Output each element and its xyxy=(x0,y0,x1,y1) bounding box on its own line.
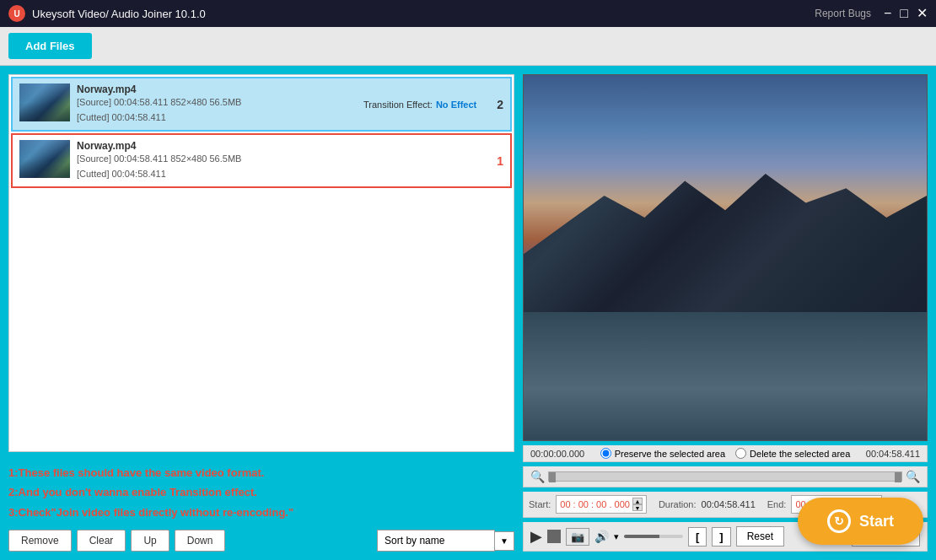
report-bugs-link[interactable]: Report Bugs xyxy=(815,8,871,19)
zoom-out-icon[interactable]: 🔍 xyxy=(530,470,545,483)
sort-select[interactable]: ▼ xyxy=(377,530,514,552)
titlebar: U Ukeysoft Video/ Audio Joiner 10.1.0 Re… xyxy=(0,0,936,27)
minimize-button[interactable]: − xyxy=(884,7,891,20)
remove-button[interactable]: Remove xyxy=(8,530,72,552)
transition-label: Transition Effect: xyxy=(363,100,433,110)
timecode-start: 00:00:00.000 xyxy=(530,449,584,459)
timeline-bar: 🔍 🔍 xyxy=(523,466,928,487)
snapshot-button[interactable]: 📷 xyxy=(566,528,589,546)
add-files-button[interactable]: Add Files xyxy=(8,33,92,59)
app-title: Ukeysoft Video/ Audio Joiner 10.1.0 xyxy=(32,8,206,20)
item-number-badge-2: 1 xyxy=(497,154,503,168)
start-time-up[interactable]: ▲ xyxy=(632,498,643,504)
app-logo: U xyxy=(8,5,25,22)
video-preview xyxy=(523,74,928,441)
file-name-2: Norway.mp4 xyxy=(77,140,503,152)
start-label: Start: xyxy=(529,499,551,509)
timeline-track[interactable] xyxy=(548,471,902,482)
preserve-radio-label: Preserve the selected area xyxy=(615,449,725,459)
start-time-down[interactable]: ▼ xyxy=(632,504,643,511)
timeline-handle-left[interactable] xyxy=(549,472,556,482)
video-background xyxy=(524,75,927,440)
file-cutted-2: [Cutted] 00:04:58.411 xyxy=(77,167,503,182)
warnings-area: 1:These files should have the same video… xyxy=(8,459,514,526)
delete-radio[interactable]: Delete the selected area xyxy=(735,448,850,459)
delete-radio-input[interactable] xyxy=(735,448,746,459)
down-button[interactable]: Down xyxy=(175,530,226,552)
file-source-2: [Source] 00:04:58.411 852×480 56.5MB xyxy=(77,152,503,167)
mark-in-button[interactable]: [ xyxy=(688,527,707,547)
transition-value: No Effect xyxy=(436,100,476,110)
start-icon: ↻ xyxy=(827,509,851,533)
sort-dropdown-arrow[interactable]: ▼ xyxy=(495,531,514,551)
titlebar-left: U Ukeysoft Video/ Audio Joiner 10.1.0 xyxy=(8,5,206,22)
file-cutted-1: [Cutted] 00:04:58.411 xyxy=(77,110,503,126)
preserve-radio[interactable]: Preserve the selected area xyxy=(600,448,725,459)
volume-icon[interactable]: 🔊 xyxy=(594,530,609,543)
warning-line-3: 3:Check"Join video files directly withou… xyxy=(8,503,514,522)
mark-out-button[interactable]: ] xyxy=(712,527,730,547)
area-radio-group: Preserve the selected area Delete the se… xyxy=(600,448,851,459)
transition-badge[interactable]: Transition Effect: No Effect 2 xyxy=(363,98,503,111)
timeline-handle-right[interactable] xyxy=(895,472,901,482)
start-time-spin[interactable]: ▲ ▼ xyxy=(632,498,643,511)
maximize-button[interactable]: □ xyxy=(900,7,908,20)
volume-down-icon: ▾ xyxy=(614,531,619,542)
volume-slider[interactable] xyxy=(624,535,683,538)
titlebar-right: Report Bugs − □ ✕ xyxy=(815,7,928,20)
clear-button[interactable]: Clear xyxy=(77,530,126,552)
file-item-1[interactable]: Norway.mp4 [Source] 00:04:58.411 852×480… xyxy=(11,77,512,132)
start-time-input[interactable]: 00 : 00 : 00 . 000 ▲ ▼ xyxy=(556,495,647,514)
left-panel: Norway.mp4 [Source] 00:04:58.411 852×480… xyxy=(8,74,514,552)
start-label: Start xyxy=(859,513,894,530)
reset-button[interactable]: Reset xyxy=(736,526,784,547)
up-button[interactable]: Up xyxy=(131,530,169,552)
file-action-buttons: Remove Clear Up Down ▼ xyxy=(8,530,514,552)
close-button[interactable]: ✕ xyxy=(917,7,928,20)
file-info-2: Norway.mp4 [Source] 00:04:58.411 852×480… xyxy=(77,140,503,181)
warning-line-1: 1:These files should have the same video… xyxy=(8,463,514,482)
toolbar: Add Files xyxy=(0,27,936,66)
timecode-end: 00:04:58.411 xyxy=(866,449,920,459)
right-panel: 00:00:00.000 Preserve the selected area … xyxy=(523,74,928,552)
item-number-badge-1: 2 xyxy=(497,98,503,111)
main-content: Norway.mp4 [Source] 00:04:58.411 852×480… xyxy=(0,66,936,560)
file-item-2[interactable]: Norway.mp4 [Source] 00:04:58.411 852×480… xyxy=(11,133,512,188)
sort-input[interactable] xyxy=(377,530,495,552)
file-thumbnail-2 xyxy=(19,140,70,178)
start-button[interactable]: ↻ Start xyxy=(798,498,923,545)
window-controls: − □ ✕ xyxy=(884,7,928,20)
duration-label: Duration: xyxy=(659,499,697,509)
play-button[interactable]: ▶ xyxy=(530,527,542,546)
zoom-in-icon[interactable]: 🔍 xyxy=(906,470,920,483)
file-list: Norway.mp4 [Source] 00:04:58.411 852×480… xyxy=(8,74,514,452)
warning-line-2: 2:And you don't wanna enable Transition … xyxy=(8,482,514,502)
file-name-1: Norway.mp4 xyxy=(77,83,503,95)
end-label: End: xyxy=(767,499,787,509)
delete-radio-label: Delete the selected area xyxy=(750,449,850,459)
file-thumbnail-1 xyxy=(19,83,70,121)
stop-button[interactable] xyxy=(547,530,561,543)
preserve-radio-input[interactable] xyxy=(600,448,611,459)
timecode-bar: 00:00:00.000 Preserve the selected area … xyxy=(523,445,928,462)
duration-value: 00:04:58.411 xyxy=(702,499,756,509)
start-time-value: 00 : 00 : 00 . 000 xyxy=(560,499,630,509)
